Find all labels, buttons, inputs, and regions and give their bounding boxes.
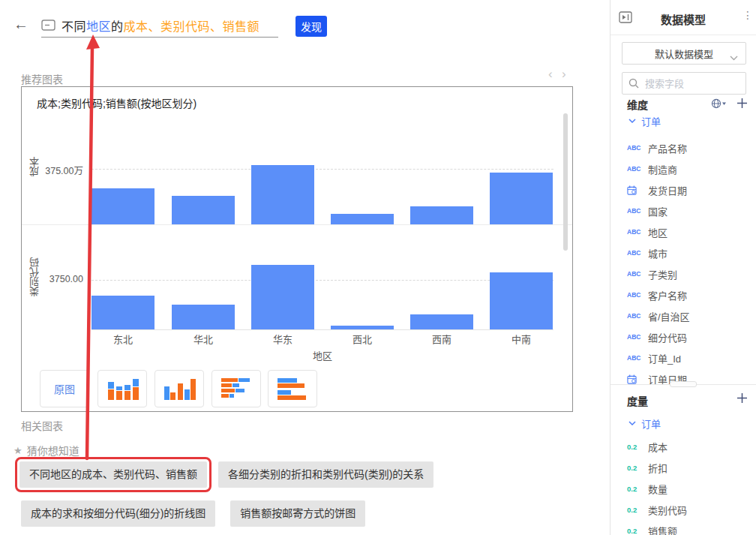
original-chart-button[interactable]: 原图 [40, 370, 89, 407]
field-item[interactable]: ABC产品名称 [627, 137, 756, 158]
gridline [92, 169, 554, 170]
field-item[interactable]: 0.2类别代码 [627, 499, 756, 520]
smart-discovery-page: ← 不同地区的成本、类别代码、销售额 发现 推荐图表 ‹ › 成本;类别代码;销… [0, 0, 756, 535]
bar-成本-华东[interactable] [251, 165, 314, 224]
grouped-column-chart-icon[interactable] [154, 370, 204, 407]
bar-类别代码-西南[interactable] [410, 314, 473, 329]
suggestion-chip[interactable]: 各细分类别的折扣和类别代码(类别)的关系 [218, 461, 434, 488]
bar-成本-华北[interactable] [172, 196, 235, 224]
chart-title: 成本;类别代码;销售额(按地区划分) [37, 95, 196, 110]
bar-类别代码-华北[interactable] [172, 305, 235, 329]
text-field-icon: ABC [627, 165, 642, 173]
y-tick-cost: 375.00万 [35, 163, 83, 177]
x-category-label: 中南 [490, 332, 553, 346]
chevron-down-icon [628, 421, 636, 426]
x-axis-line [92, 329, 554, 330]
field-item[interactable]: ABC国家 [627, 200, 756, 221]
chevron-right-icon[interactable]: › [562, 68, 566, 80]
query-segment: 地区 [86, 20, 111, 33]
data-model-value: 默认数据模型 [655, 47, 713, 61]
field-item[interactable]: ABC城市 [627, 242, 756, 263]
number-field-icon: 0.2 [627, 506, 642, 514]
chart-scrollbar[interactable] [563, 113, 568, 251]
suggestion-chip[interactable]: 不同地区的成本、类别代码、销售额 [20, 461, 207, 488]
bar-成本-东北[interactable] [92, 188, 154, 224]
field-item[interactable]: ABC制造商 [627, 158, 756, 179]
gridline [92, 280, 554, 281]
globe-icon[interactable] [711, 98, 726, 112]
x-category-label: 东北 [92, 332, 154, 346]
data-model-sidebar: 数据模型 ⋮ 默认数据模型 维度 订单 ABC产品名称ABC制造商发货日期ABC… [610, 0, 756, 535]
guess-label: 猜你想知道 [27, 443, 80, 458]
field-label: 折扣 [648, 461, 668, 475]
field-label: 省/自治区 [648, 309, 690, 323]
bar-类别代码-华东[interactable] [251, 265, 314, 329]
x-category-label: 西北 [331, 332, 394, 346]
suggestion-row-1: 不同地区的成本、类别代码、销售额 各细分类别的折扣和类别代码(类别)的关系 [15, 457, 434, 492]
field-label: 细分代码 [648, 330, 687, 344]
bar-类别代码-东北[interactable] [92, 296, 154, 329]
number-field-icon: 0.2 [627, 527, 642, 535]
grouped-bar-chart-icon[interactable] [268, 370, 317, 407]
bar-成本-西北[interactable] [331, 214, 394, 224]
measure-field-list: 0.2成本0.2折扣0.2数量0.2类别代码0.2销售额 [627, 436, 756, 535]
chevron-down-icon [628, 119, 636, 124]
field-item[interactable]: 发货日期 [627, 179, 756, 200]
add-measure-icon[interactable] [736, 392, 748, 407]
field-item[interactable]: ABC地区 [627, 221, 756, 242]
field-item[interactable]: ABC客户名称 [627, 284, 756, 305]
field-label: 地区 [648, 225, 668, 239]
field-label: 客户名称 [648, 288, 687, 302]
number-field-icon: 0.2 [627, 485, 642, 493]
chevron-left-icon[interactable]: ‹ [548, 68, 553, 80]
suggestion-chip[interactable]: 成本的求和按细分代码(细分)的折线图 [21, 500, 215, 527]
bar-成本-西南[interactable] [410, 206, 473, 224]
text-field-icon: ABC [627, 144, 642, 152]
x-axis-title: 地区 [300, 348, 345, 362]
field-item[interactable]: ABC省/自治区 [627, 305, 756, 326]
field-item[interactable]: ABC子类别 [627, 263, 756, 284]
add-dimension-icon[interactable] [736, 98, 748, 112]
field-search-box[interactable] [622, 72, 746, 95]
query-text: 不同地区的成本、类别代码、销售额 [62, 17, 260, 35]
field-item[interactable]: 0.2销售额 [627, 520, 756, 535]
discover-button[interactable]: 发现 [296, 16, 327, 37]
dimension-field-list: ABC产品名称ABC制造商发货日期ABC国家ABC地区ABC城市ABC子类别AB… [627, 137, 756, 384]
measure-group-orders[interactable]: 订单 [628, 416, 661, 431]
bar-类别代码-中南[interactable] [490, 272, 553, 329]
query-segment: 的 [111, 20, 124, 33]
text-field-icon: ABC [627, 354, 642, 362]
query-input[interactable]: 不同地区的成本、类别代码、销售额 [41, 14, 278, 38]
stacked-column-chart-icon[interactable] [98, 370, 147, 407]
chevron-down-icon [730, 52, 738, 63]
stacked-bar-chart-icon[interactable] [212, 370, 261, 407]
text-field-icon: ABC [627, 228, 642, 236]
measures-label: 度量 [627, 393, 648, 408]
star-icon: ★ [14, 445, 22, 456]
field-label: 子类别 [648, 267, 677, 281]
panel-resize-handle[interactable] [670, 381, 697, 387]
field-label: 数量 [648, 482, 668, 496]
y-tick-category-code: 3750.00 [35, 274, 83, 284]
bar-类别代码-西北[interactable] [331, 326, 394, 329]
kebab-menu-icon[interactable]: ⋮ [742, 10, 753, 20]
dimension-group-orders[interactable]: 订单 [628, 114, 661, 128]
query-segment: 成本、类别代码、销售额 [124, 20, 260, 33]
field-item[interactable]: 0.2数量 [627, 478, 756, 499]
field-search-input[interactable] [644, 77, 736, 90]
bar-成本-中南[interactable] [490, 173, 553, 224]
field-item[interactable]: ABC细分代码 [627, 326, 756, 347]
field-label: 发货日期 [648, 183, 687, 197]
data-model-select[interactable]: 默认数据模型 [622, 42, 746, 65]
text-field-icon: ABC [627, 312, 642, 320]
field-item[interactable]: ABC订单_Id [627, 347, 756, 368]
suggestion-chip[interactable]: 销售额按邮寄方式的饼图 [230, 500, 365, 527]
field-item[interactable]: 0.2折扣 [627, 457, 756, 478]
x-category-label: 华北 [172, 332, 235, 346]
back-arrow-icon[interactable]: ← [14, 17, 28, 32]
x-category-label: 西南 [410, 332, 473, 346]
suggestion-row-2: 成本的求和按细分代码(细分)的折线图销售额按邮寄方式的饼图 [21, 500, 365, 527]
field-item[interactable]: 0.2成本 [627, 436, 756, 457]
text-field-icon: ABC [627, 333, 642, 341]
field-label: 订单_Id [648, 351, 681, 365]
